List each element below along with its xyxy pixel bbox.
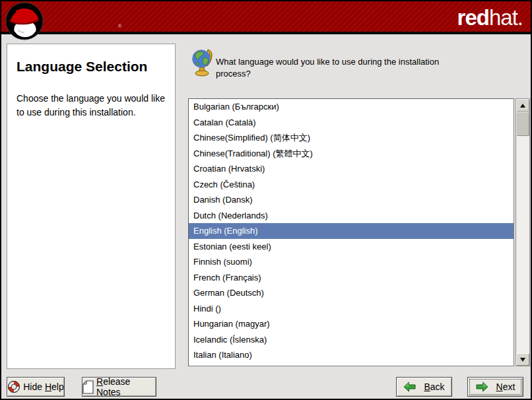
wordmark-red: red — [457, 5, 489, 30]
arrow-down-icon — [520, 358, 525, 362]
help-panel: Language Selection Choose the language y… — [7, 44, 176, 369]
list-item[interactable]: French (Français) — [189, 270, 514, 286]
language-list[interactable]: Bulgarian (Български)Catalan (Català)Chi… — [188, 98, 514, 366]
installer-window: ® redhat. Language Selection Choose the … — [0, 0, 532, 400]
document-icon — [83, 380, 94, 394]
list-item[interactable]: Chinese(Simplified) (简体中文) — [189, 130, 514, 146]
next-button[interactable]: Next — [467, 377, 523, 397]
scroll-up-button[interactable] — [516, 99, 529, 112]
hide-help-label: Hide Help — [23, 382, 64, 392]
back-button[interactable]: Back — [396, 377, 452, 397]
redhat-shadowman-logo-icon — [5, 2, 44, 40]
life-preserver-icon — [7, 380, 20, 393]
list-item[interactable]: Chinese(Traditional) (繁體中文) — [189, 146, 514, 162]
wordmark-hat: hat. — [489, 5, 523, 30]
registered-trademark: ® — [118, 24, 121, 28]
arrow-right-icon — [476, 382, 488, 392]
list-item[interactable]: Croatian (Hrvatski) — [189, 161, 514, 177]
list-item[interactable]: Catalan (Català) — [189, 115, 514, 131]
arrow-left-icon — [403, 382, 416, 392]
scroll-down-button[interactable] — [516, 353, 529, 366]
language-list-scrollbar[interactable] — [515, 98, 530, 366]
list-item[interactable]: Czech (Čeština) — [189, 177, 514, 193]
list-item[interactable]: Danish (Dansk) — [189, 192, 514, 208]
arrow-up-icon — [520, 104, 525, 108]
release-notes-button[interactable]: Release Notes — [82, 377, 156, 397]
page-title: Language Selection — [17, 59, 166, 75]
question-text: What language would you like to use duri… — [216, 56, 473, 80]
list-item[interactable]: Hindi () — [189, 301, 514, 317]
globe-icon — [191, 48, 213, 77]
help-text: Choose the language you would like to us… — [17, 92, 166, 119]
list-item[interactable]: Finnish (suomi) — [189, 254, 514, 270]
scrollbar-thumb[interactable] — [516, 112, 529, 136]
list-item[interactable]: Hungarian (magyar) — [189, 316, 514, 332]
redhat-wordmark: redhat. — [457, 5, 523, 30]
list-item[interactable]: Icelandic (Íslenska) — [189, 332, 514, 348]
list-item[interactable]: Italian (Italiano) — [189, 347, 514, 363]
header-banner — [1, 1, 531, 34]
hide-help-button[interactable]: Hide Help — [7, 377, 65, 397]
list-item[interactable]: Dutch (Nederlands) — [189, 208, 514, 224]
back-label: Back — [424, 382, 444, 392]
release-notes-label: Release Notes — [96, 376, 156, 397]
list-item[interactable]: Estonian (eesti keel) — [189, 239, 514, 255]
next-label: Next — [496, 382, 515, 392]
list-item[interactable]: English (English) — [189, 223, 514, 239]
list-item[interactable]: German (Deutsch) — [189, 285, 514, 301]
list-item[interactable]: Bulgarian (Български) — [189, 99, 514, 115]
